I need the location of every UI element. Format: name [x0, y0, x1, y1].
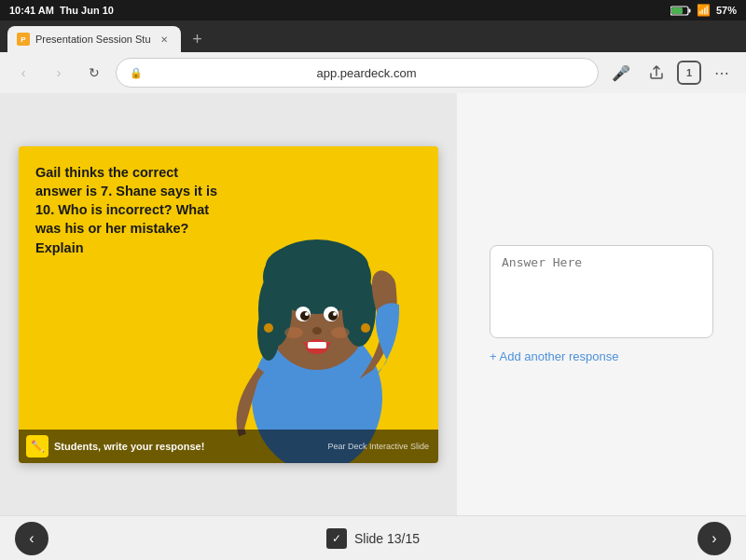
check-icon: ✓	[326, 528, 347, 549]
wifi-icon: 📶	[697, 4, 711, 17]
add-response-button[interactable]: + Add another response	[490, 349, 618, 363]
tab-title: Presentation Session Stu	[35, 34, 151, 45]
browser-actions: 🎤 1 ⋯	[606, 58, 737, 88]
svg-point-16	[333, 312, 337, 316]
date: Thu Jun 10	[60, 5, 114, 16]
battery-percent: 57%	[716, 5, 737, 16]
share-button[interactable]	[642, 58, 671, 88]
next-arrow-icon: ›	[711, 530, 716, 547]
address-bar[interactable]: 🔒 app.peardeck.com	[116, 58, 599, 88]
next-slide-button[interactable]: ›	[698, 522, 731, 555]
slide-indicator: ✓ Slide 13/15	[326, 528, 420, 549]
status-bar: 10:41 AM Thu Jun 10 📶 57%	[0, 0, 746, 20]
svg-point-9	[266, 242, 368, 289]
new-tab-button[interactable]: +	[185, 26, 211, 52]
slide-bottom-left: ✏️ Students, write your response!	[26, 435, 204, 458]
forward-button[interactable]: ›	[45, 59, 73, 87]
status-left: 10:41 AM Thu Jun 10	[9, 5, 114, 16]
reload-button[interactable]: ↻	[80, 59, 108, 87]
svg-rect-2	[671, 7, 683, 14]
prev-arrow-icon: ‹	[29, 530, 34, 547]
lock-icon: 🔒	[130, 67, 143, 79]
svg-point-13	[300, 311, 310, 321]
tab-favicon: P	[17, 33, 30, 46]
main-content: Gail thinks the correct answer is 7. Sha…	[0, 93, 746, 515]
slide-container: Gail thinks the correct answer is 7. Sha…	[19, 146, 438, 463]
tab-bar: P Presentation Session Stu ✕ +	[0, 20, 746, 52]
microphone-button[interactable]: 🎤	[606, 58, 636, 88]
status-right: 📶 57%	[670, 4, 737, 17]
slide-question: Gail thinks the correct answer is 7. Sha…	[35, 163, 222, 257]
browser-chrome: P Presentation Session Stu ✕ + ‹ › ↻ 🔒 a…	[0, 20, 746, 93]
svg-point-21	[361, 323, 370, 333]
slide-panel: Gail thinks the correct answer is 7. Sha…	[0, 93, 457, 515]
slide-instruction: Students, write your response!	[54, 441, 204, 452]
svg-point-23	[331, 327, 350, 338]
tab-close-button[interactable]: ✕	[157, 32, 172, 47]
svg-point-20	[264, 323, 273, 333]
svg-point-15	[305, 312, 309, 316]
right-panel: + Add another response	[457, 93, 746, 515]
slide-bottom-bar: ✏️ Students, write your response! Pear D…	[19, 430, 438, 463]
svg-point-14	[328, 311, 338, 321]
time: 10:41 AM	[9, 5, 54, 16]
pencil-icon: ✏️	[26, 435, 48, 458]
tab-count-button[interactable]: 1	[677, 61, 701, 85]
svg-point-17	[312, 327, 322, 335]
svg-point-22	[284, 327, 303, 338]
active-tab[interactable]: P Presentation Session Stu ✕	[7, 26, 181, 52]
answer-input[interactable]	[490, 245, 713, 338]
bottom-nav: ‹ ✓ Slide 13/15 ›	[0, 515, 746, 560]
prev-slide-button[interactable]: ‹	[15, 522, 48, 555]
slide-label: Slide 13/15	[354, 531, 420, 546]
address-bar-row: ‹ › ↻ 🔒 app.peardeck.com 🎤 1 ⋯	[0, 52, 746, 93]
back-button[interactable]: ‹	[9, 59, 37, 87]
battery-full-icon	[670, 6, 691, 16]
address-text: app.peardeck.com	[148, 66, 585, 80]
svg-rect-19	[308, 342, 326, 348]
peardeck-logo: Pear Deck Interactive Slide	[327, 442, 429, 451]
more-button[interactable]: ⋯	[707, 58, 737, 88]
svg-rect-1	[688, 8, 690, 12]
